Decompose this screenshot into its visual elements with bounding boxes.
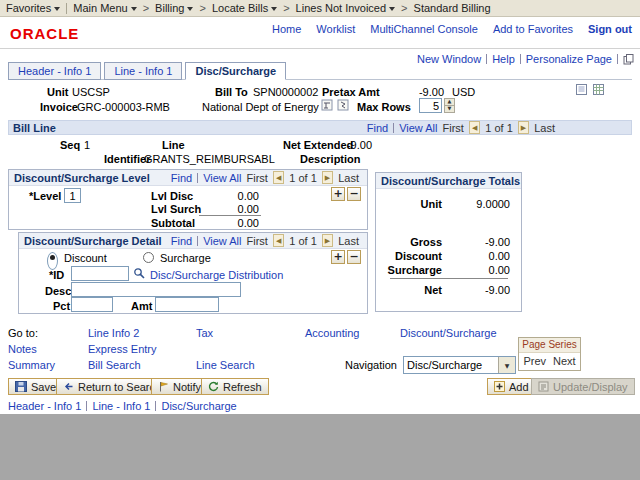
level-view-all-link[interactable]: View All [203,172,241,184]
max-rows-input[interactable] [419,98,442,113]
goto-discount-surcharge-link[interactable]: Discount/Surcharge [400,327,497,339]
discount-surcharge-detail-box: Discount/Surcharge Detail Find View All … [18,232,368,314]
breadcrumb-label: Billing [155,2,184,14]
level-input[interactable] [64,188,81,203]
navigation-select[interactable]: Disc/Surcharge ▼ [403,356,516,374]
goto-bill-search-link[interactable]: Bill Search [88,359,141,371]
bill-line-find-link[interactable]: Find [367,122,388,134]
id-lookup-icon[interactable] [133,267,145,279]
navigation-label: Navigation [345,359,397,371]
first-row-icon[interactable]: ◀ [273,234,284,247]
customer-messages-icon[interactable] [337,99,349,111]
amt-input[interactable] [155,297,219,312]
page-series-next-link[interactable]: Next [553,355,576,367]
spreadsheet-icon[interactable] [592,83,605,96]
last-label: Last [338,172,359,184]
totals-gross-label: Gross [380,236,442,248]
refresh-button[interactable]: Refresh [201,378,269,395]
footer-disc-surcharge-link[interactable]: Disc/Surcharge [161,400,236,412]
discount-surcharge-totals-box: Discount/Surcharge Totals Unit 9.0000 Gr… [375,172,522,312]
subtotal-value: 0.00 [201,217,259,229]
breadcrumb-separator: > [283,2,289,14]
customer-info-icon[interactable] [321,99,333,111]
totals-surcharge-value: 0.00 [448,264,510,276]
breadcrumb-item-favorites[interactable]: Favorites [6,2,60,14]
footer-line-info-1-link[interactable]: Line - Info 1 [92,400,150,412]
disc-surcharge-distribution-link[interactable]: Disc/Surcharge Distribution [150,269,283,281]
pretax-amt-label: Pretax Amt [322,86,380,98]
personalize-page-link[interactable]: Personalize Page [526,53,612,65]
goto-notes-link[interactable]: Notes [8,343,37,355]
add-button[interactable]: Add [487,378,536,395]
notify-button[interactable]: Notify [151,378,208,395]
pct-input[interactable] [71,297,113,312]
save-button[interactable]: Save [8,378,63,395]
separator [155,401,156,411]
breadcrumb-item-billing[interactable]: Billing [155,2,193,14]
help-link[interactable]: Help [492,53,515,65]
max-rows-label: Max Rows [357,101,411,113]
multichannel-console-link[interactable]: MultiChannel Console [370,23,478,35]
surcharge-radio-label: Surcharge [160,252,211,264]
level-delete-row-button[interactable]: − [347,187,361,201]
goto-accounting-link[interactable]: Accounting [305,327,359,339]
copy-url-icon[interactable] [623,54,634,65]
level-find-link[interactable]: Find [171,172,192,184]
last-row-icon[interactable]: ▶ [322,234,333,247]
max-rows-spin-down-icon[interactable]: ▼ [444,105,455,113]
first-row-icon[interactable]: ◀ [469,121,480,134]
navigation-selected-value: Disc/Surcharge [404,359,498,371]
breadcrumb-separator: > [401,2,407,14]
return-to-search-label: Return to Search [78,381,161,393]
descr-input[interactable] [71,282,241,297]
first-label: First [247,235,268,247]
level-add-row-button[interactable]: + [331,187,345,201]
tab-header-info-1[interactable]: Header - Info 1 [8,62,101,80]
id-input[interactable] [71,266,129,281]
page-series-prev-link[interactable]: Prev [523,355,546,367]
last-row-icon[interactable]: ▶ [518,121,529,134]
new-window-link[interactable]: New Window [417,53,481,65]
add-label: Add [509,381,529,393]
notepad-icon[interactable] [575,83,588,96]
oracle-logo: ORACLE [10,25,79,42]
detail-box-title: Discount/Surcharge Detail [24,235,162,247]
breadcrumb-item-locate-bills[interactable]: Locate Bills [212,2,277,14]
update-display-button[interactable]: Update/Display [531,378,635,395]
tab-disc-surcharge[interactable]: Disc/Surcharge [185,62,286,80]
tab-line-info-1[interactable]: Line - Info 1 [104,62,182,80]
breadcrumb-item-main-menu[interactable]: Main Menu [73,2,136,14]
home-link[interactable]: Home [272,23,301,35]
level-row-nav: Find View All First ◀ 1 of 1 ▶ Last [171,171,359,184]
separator [197,236,198,246]
breadcrumb-item-lines-not-invoiced[interactable]: Lines Not Invoiced [296,2,396,14]
footer-header-info-1-link[interactable]: Header - Info 1 [8,400,81,412]
goto-line-search-link[interactable]: Line Search [196,359,255,371]
surcharge-radio[interactable] [143,252,154,263]
add-to-favorites-link[interactable]: Add to Favorites [493,23,573,35]
detail-delete-row-button[interactable]: − [347,250,361,264]
goto-express-entry-link[interactable]: Express Entry [88,343,156,355]
identifier-value: GRANTS_REIMBURSABL [144,153,275,165]
invoice-value: GRC-000003-RMB [77,101,170,113]
bill-line-view-all-link[interactable]: View All [399,122,437,134]
breadcrumb-label: Locate Bills [212,2,268,14]
discount-surcharge-level-box: Discount/Surcharge Level Find View All F… [8,169,368,230]
worklist-link[interactable]: Worklist [316,23,355,35]
first-label: First [443,122,464,134]
detail-view-all-link[interactable]: View All [203,235,241,247]
discount-radio[interactable] [47,252,58,270]
breadcrumb-item-standard-billing[interactable]: Standard Billing [414,2,491,14]
detail-add-row-button[interactable]: + [331,250,345,264]
last-row-icon[interactable]: ▶ [322,171,333,184]
detail-find-link[interactable]: Find [171,235,192,247]
sign-out-link[interactable]: Sign out [588,23,632,35]
goto-line-info-2-link[interactable]: Line Info 2 [88,327,139,339]
goto-tax-link[interactable]: Tax [196,327,213,339]
last-label: Last [534,122,555,134]
discount-radio-label: Discount [64,252,107,264]
goto-summary-link[interactable]: Summary [8,359,55,371]
lvl-disc-value: 0.00 [201,190,259,202]
first-row-icon[interactable]: ◀ [273,171,284,184]
detail-row-nav: Find View All First ◀ 1 of 1 ▶ Last [171,234,359,247]
